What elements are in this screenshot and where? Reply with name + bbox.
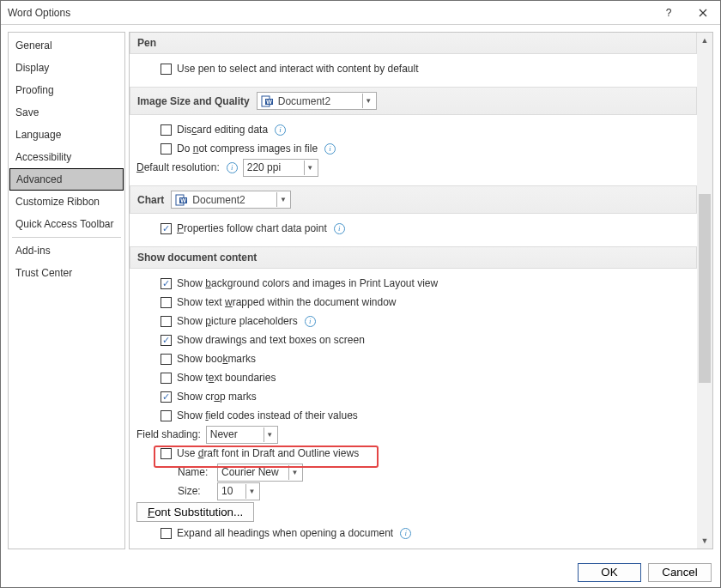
scroll-down-icon[interactable]: ▼	[697, 533, 712, 549]
word-doc-icon: W	[261, 94, 275, 108]
sidebar-item-customize-ribbon[interactable]: Customize Ribbon	[9, 191, 124, 213]
label-pic: Show picture placeholders	[177, 315, 298, 327]
ok-button[interactable]: OK	[578, 563, 641, 582]
sidebar-item-accessibility[interactable]: Accessibility	[9, 146, 124, 168]
scroll-up-icon[interactable]: ▲	[697, 33, 712, 48]
combo-image-value: Document2	[278, 95, 359, 107]
row-expand: Expand all headings when opening a docum…	[161, 524, 690, 543]
word-doc-icon: W	[175, 193, 189, 207]
label-default-res: Default resolution:	[136, 161, 220, 173]
group-pen: Use pen to select and interact with cont…	[130, 54, 697, 87]
row-discard: Discard editing data i	[161, 120, 690, 139]
row-pic: Show picture placeholdersi	[161, 312, 690, 330]
combo-shading-value: Never	[210, 428, 260, 440]
sidebar-item-general[interactable]: General	[9, 34, 124, 57]
close-button[interactable]	[686, 1, 720, 25]
checkbox-bg[interactable]	[161, 278, 172, 289]
section-image-title: Image Size and Quality	[137, 95, 250, 107]
info-icon[interactable]: i	[400, 528, 411, 539]
checkbox-pic[interactable]	[161, 316, 172, 327]
dialog-body: General Display Proofing Save Language A…	[1, 25, 720, 556]
sidebar-item-language[interactable]: Language	[9, 124, 124, 146]
label-bg: Show background colors and images in Pri…	[177, 277, 438, 289]
group-show-content: Show background colors and images in Pri…	[130, 269, 697, 549]
svg-text:W: W	[266, 99, 272, 105]
info-icon[interactable]: i	[275, 124, 286, 136]
sidebar-item-trust-center[interactable]: Trust Center	[9, 262, 124, 284]
row-default-res: Default resolution: i 220 ppi ▼	[136, 158, 690, 177]
group-chart: Properties follow chart data point i	[130, 214, 697, 246]
label-shading: Field shading:	[136, 428, 201, 440]
checkbox-crop[interactable]	[161, 391, 172, 403]
row-field: Show field codes instead of their values	[161, 406, 690, 425]
combo-size[interactable]: 10 ▼	[217, 482, 260, 500]
row-draft: Use draft font in Draft and Outline view…	[161, 444, 690, 463]
titlebar: Word Options ?	[1, 1, 720, 25]
chevron-down-icon: ▼	[264, 427, 276, 442]
label-draw: Show drawings and text boxes on screen	[177, 334, 365, 346]
row-bg: Show background colors and images in Pri…	[161, 274, 690, 293]
combo-shading[interactable]: Never ▼	[206, 426, 278, 444]
sidebar-item-display[interactable]: Display	[9, 57, 124, 79]
label-expand: Expand all headings when opening a docum…	[177, 527, 393, 539]
sidebar-item-proofing[interactable]: Proofing	[9, 79, 124, 101]
combo-image-doc[interactable]: W Document2 ▼	[257, 92, 377, 110]
checkbox-bound[interactable]	[161, 373, 172, 384]
label-discard: Discard editing data	[177, 124, 268, 136]
chevron-down-icon: ▼	[304, 161, 316, 175]
combo-chart-doc[interactable]: W Document2 ▼	[171, 191, 291, 209]
row-draw: Show drawings and text boxes on screen	[161, 330, 690, 349]
checkbox-field[interactable]	[161, 410, 172, 421]
info-icon[interactable]: i	[227, 162, 238, 173]
row-crop: Show crop marks	[161, 387, 690, 406]
sidebar-item-add-ins[interactable]: Add-ins	[9, 239, 124, 262]
row-shading: Field shading: Never ▼	[136, 425, 690, 444]
info-icon[interactable]: i	[305, 316, 316, 327]
label-name: Name:	[178, 466, 212, 478]
info-icon[interactable]: i	[334, 223, 345, 234]
svg-text:W: W	[181, 197, 187, 203]
section-chart: Chart W Document2 ▼	[130, 185, 697, 214]
category-sidebar: General Display Proofing Save Language A…	[8, 32, 125, 549]
checkbox-no-compress[interactable]	[161, 143, 172, 155]
scroll-thumb[interactable]	[699, 194, 711, 383]
combo-resolution-value: 220 ppi	[247, 161, 300, 173]
font-substitution-button[interactable]: Font Substitution...	[136, 502, 254, 522]
checkbox-draft[interactable]	[161, 448, 172, 459]
section-pen-title: Pen	[137, 37, 156, 49]
section-image-size: Image Size and Quality W Document2 ▼	[130, 87, 697, 115]
combo-name[interactable]: Courier New ▼	[217, 464, 303, 482]
checkbox-use-pen[interactable]	[161, 64, 172, 75]
combo-size-value: 10	[221, 485, 242, 497]
label-chart-follow: Properties follow chart data point	[177, 222, 327, 234]
row-name: Name: Courier New ▼	[178, 463, 690, 482]
checkbox-discard[interactable]	[161, 124, 172, 136]
checkbox-expand[interactable]	[161, 528, 172, 539]
label-crop: Show crop marks	[177, 391, 257, 403]
label-size: Size:	[178, 485, 212, 497]
row-use-pen: Use pen to select and interact with cont…	[161, 59, 690, 78]
sidebar-separator	[12, 237, 121, 238]
label-no-compress: Do not compress images in file	[177, 142, 318, 155]
label-bound: Show text boundaries	[177, 372, 276, 384]
sidebar-item-save[interactable]: Save	[9, 101, 124, 124]
chevron-down-icon: ▼	[288, 465, 300, 480]
checkbox-wrap[interactable]	[161, 297, 172, 308]
checkbox-draw[interactable]	[161, 335, 172, 346]
checkbox-book[interactable]	[161, 354, 172, 365]
word-options-dialog: Word Options ? General Display Proofing …	[0, 0, 721, 588]
scroll-track[interactable]	[697, 48, 712, 533]
label-book: Show bookmarks	[177, 353, 256, 365]
help-button[interactable]: ?	[651, 1, 686, 25]
checkbox-chart-follow[interactable]	[161, 223, 172, 234]
combo-name-value: Courier New	[221, 466, 285, 478]
sidebar-item-quick-access-toolbar[interactable]: Quick Access Toolbar	[9, 213, 124, 235]
combo-resolution[interactable]: 220 ppi ▼	[243, 159, 318, 177]
vertical-scrollbar[interactable]: ▲ ▼	[697, 33, 712, 549]
sidebar-item-advanced[interactable]: Advanced	[9, 168, 124, 191]
chevron-down-icon: ▼	[362, 94, 374, 108]
row-wrap: Show text wrapped within the document wi…	[161, 293, 690, 312]
cancel-button[interactable]: Cancel	[648, 563, 712, 582]
info-icon[interactable]: i	[324, 143, 336, 155]
row-bound: Show text boundaries	[161, 368, 690, 387]
